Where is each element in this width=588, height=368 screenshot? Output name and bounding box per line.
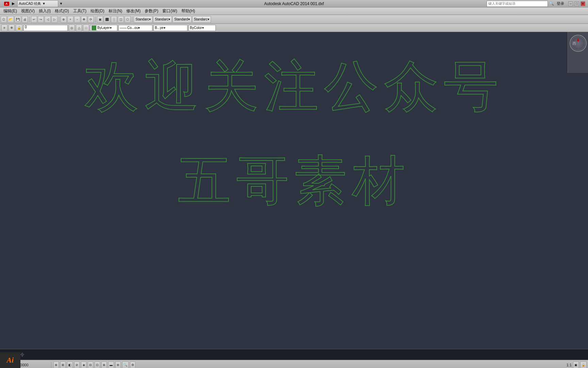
polar-btn[interactable]: ⊘ (74, 362, 80, 368)
linetype-dropdown[interactable]: —— Co...ou▾ (118, 25, 152, 31)
menu-modify[interactable]: 修改(M) (124, 7, 143, 15)
menu-params[interactable]: 参数(P) (143, 7, 160, 15)
style-dropdown-main-3[interactable]: Standard▾ (173, 16, 192, 23)
ortho-btn[interactable]: ◧ (67, 362, 73, 368)
zoom-extent-btn[interactable]: ⊕ (61, 16, 67, 23)
window-title: Autodesk AutoCAD 2014 001.dxf (264, 1, 324, 6)
autocad-logo-area: A (3, 2, 11, 6)
new-btn[interactable]: 🗋 (1, 16, 7, 23)
style-dropdown-1[interactable]: AutoCAD 经典 ▼ (17, 0, 58, 7)
style-dropdown-main-4[interactable]: Standarc▾ (192, 16, 211, 23)
color-dropdown[interactable]: ByLayer▾ (90, 25, 117, 31)
sep-1 (29, 16, 30, 22)
cad-text-container: 欢迎关注公众号 五哥素材 (0, 59, 588, 208)
style-dropdown-main-2[interactable]: Standarc▾ (153, 16, 172, 23)
login-label[interactable]: 登录 (557, 1, 564, 6)
match-prop-btn[interactable]: ▣ (97, 16, 103, 23)
compass: 西 (570, 35, 587, 52)
command-input[interactable] (7, 352, 585, 357)
title-bar-left: A ▶ AutoCAD 经典 ▼ ▼ (3, 0, 63, 7)
minimize-button[interactable]: ─ (568, 1, 573, 6)
lweight-btn[interactable]: ▬ (108, 362, 114, 368)
menu-bar: 编辑(E) 视图(V) 插入(I) 格式(O) 工具(T) 绘图(D) 标注(N… (0, 7, 588, 15)
layer-properties-btn[interactable]: ≡ (1, 25, 7, 31)
otrack-btn[interactable]: ⊟ (88, 362, 93, 368)
color-label: ByLayer (97, 26, 110, 30)
north-arrow (577, 38, 579, 41)
sc-btn[interactable]: ⚙ (130, 362, 135, 368)
layer-freeze-btn[interactable]: ❄ (9, 25, 15, 31)
block-btn[interactable]: ⬛ (104, 16, 110, 23)
workspace-btn[interactable]: ▣ (573, 362, 579, 368)
compass-label: 西 (572, 41, 576, 46)
print-btn[interactable]: 🖨 (22, 16, 28, 23)
dash-icon: —— (120, 26, 127, 30)
snap-btn[interactable]: ⊕ (53, 362, 59, 368)
open-btn[interactable]: 📂 (7, 16, 14, 23)
insert-block-btn[interactable]: ⬡ (125, 16, 131, 23)
style-dropdown-main-1[interactable]: Standarc▾ (134, 16, 152, 23)
forward-btn[interactable]: ▷ (51, 16, 58, 23)
menu-edit[interactable]: 编辑(E) (1, 7, 19, 15)
close-button[interactable]: ✕ (581, 1, 585, 6)
status-right: 1:1 ▣ 🔒 (567, 362, 587, 368)
layer-btn-3[interactable]: △ (76, 25, 82, 31)
ai-badge-label: Ai (7, 356, 14, 365)
lock-ui-btn[interactable]: 🔒 (580, 362, 587, 368)
redo-btn[interactable]: ↪ (38, 16, 44, 23)
layer-btn-2[interactable]: ◎ (69, 25, 75, 31)
toolbar-style-1: ▶ (12, 1, 15, 6)
lineweight-label: B...ye (155, 26, 164, 30)
search-input[interactable] (487, 1, 548, 7)
menu-tools[interactable]: 工具(T) (71, 7, 88, 15)
search-icon[interactable]: 🔍 (549, 1, 554, 6)
plot-style-label: ByColor (190, 26, 202, 30)
menu-format[interactable]: 格式(O) (53, 7, 71, 15)
zoom-out-btn[interactable]: − (74, 16, 80, 23)
layer-input[interactable]: 0 (23, 25, 68, 31)
menu-view[interactable]: 视图(V) (19, 7, 37, 15)
dropdown-arrow-1: ▼ (60, 2, 63, 5)
save-btn[interactable]: 💾 (15, 16, 21, 23)
menu-window[interactable]: 窗口(W) (160, 7, 179, 15)
osnap-btn[interactable]: ◈ (81, 362, 86, 368)
hatch-btn[interactable]: ░ (111, 16, 117, 23)
pan-btn[interactable]: ✥ (81, 16, 87, 23)
undo-btn[interactable]: ↩ (31, 16, 37, 23)
toolbar-row-2: ≡ ❄ 🔒 0 ◎ △ □ ByLayer▾ —— Co...ou▾ B...y… (0, 24, 588, 32)
qp-btn[interactable]: 🔍 (122, 362, 129, 368)
style-label-3: Standard (174, 17, 188, 21)
grid-btn[interactable]: ⊞ (60, 362, 66, 368)
layer-btn-4[interactable]: □ (83, 25, 89, 31)
style-label-4: Standarc (194, 17, 208, 21)
lineweight-dropdown[interactable]: B...ye▾ (153, 25, 187, 31)
zoom-in-btn[interactable]: + (67, 16, 74, 23)
maximize-button[interactable]: □ (574, 1, 579, 6)
menu-help[interactable]: 帮助(H) (179, 7, 197, 15)
status-bar: 92.557a, 0.0000 ⊕ ⊞ ◧ ⊘ ◈ ⊟ ⊡ ⊕ ▬ ⊛ 🔍 ⚙ … (0, 360, 588, 368)
linetype-label: Co...ou (127, 26, 138, 30)
orbit-btn[interactable]: ⟳ (88, 16, 94, 23)
sep-4 (132, 16, 132, 22)
layer-value: 0 (25, 25, 27, 29)
toolbar-row-1: 🗋 📂 💾 🖨 ↩ ↪ ◁ ▷ ⊕ + − ✥ ⟳ ▣ ⬛ ░ ◫ ⬡ Stan… (0, 15, 588, 24)
menu-draw[interactable]: 绘图(D) (88, 7, 107, 15)
menu-annotate[interactable]: 标注(N) (107, 7, 125, 15)
sep-2 (59, 16, 59, 22)
region-btn[interactable]: ◫ (118, 16, 124, 23)
tpmode-btn[interactable]: ⊛ (115, 362, 121, 368)
status-sep (51, 362, 51, 368)
layer-lock-btn[interactable]: 🔒 (16, 25, 22, 31)
canvas-area: 西 欢迎关注公众号 五哥素材 (0, 32, 588, 349)
dyn-btn[interactable]: ⊕ (101, 362, 107, 368)
autocad-logo: A (4, 2, 9, 6)
menu-insert[interactable]: 插入(I) (37, 7, 53, 15)
cad-text-line-1: 欢迎关注公众号 (84, 59, 504, 114)
style-label-1: Standarc (135, 17, 149, 21)
ducs-btn[interactable]: ⊡ (95, 362, 100, 368)
plot-style-dropdown[interactable]: ByColor▾ (189, 25, 216, 31)
style-label-2: Standarc (155, 17, 168, 21)
sep-3 (95, 16, 96, 22)
back-btn[interactable]: ◁ (45, 16, 51, 23)
command-area: · (0, 349, 588, 360)
